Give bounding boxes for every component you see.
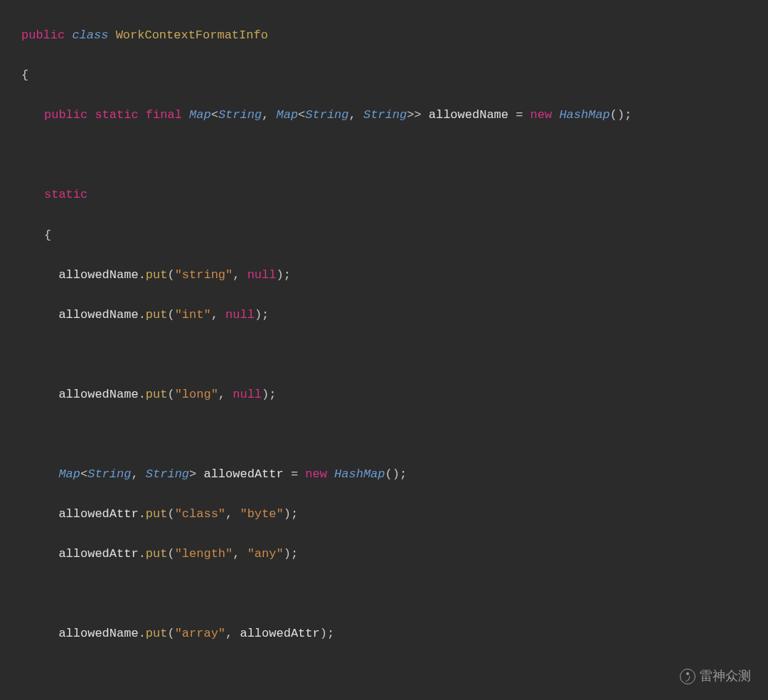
brace-open: { [21, 68, 28, 82]
brace-open: { [44, 228, 51, 242]
blank-line [7, 425, 768, 445]
code-line: allowedName.put("string", null); [7, 265, 768, 285]
code-line: allowedName.put("array", allowedAttr); [7, 624, 768, 644]
blank-line [7, 345, 768, 365]
keyword-static: static [44, 188, 87, 201]
code-line: { [7, 226, 768, 245]
type-string: String [363, 108, 407, 122]
keyword-class: class [72, 28, 108, 42]
code-line: allowedAttr.put("length", "any"); [7, 544, 768, 564]
type-map: Map [277, 108, 299, 122]
blank-line [7, 145, 768, 165]
type-string: String [305, 108, 348, 122]
blank-line [7, 584, 768, 604]
code-line: allowedAttr.put("class", "byte"); [7, 504, 768, 524]
keyword-static: static [95, 108, 138, 122]
code-line: { [7, 65, 768, 85]
code-line: allowedName.put("int", null); [7, 305, 768, 325]
string-literal: "string" [175, 268, 233, 282]
keyword-final: final [146, 108, 182, 122]
class-name: WorkContextFormatInfo [116, 28, 268, 42]
blank-line [7, 664, 768, 684]
var-allowedAttr: allowedAttr [203, 467, 283, 481]
type-string: String [218, 108, 262, 122]
keyword-public: public [44, 108, 87, 122]
keyword-public: public [21, 28, 65, 42]
code-line: Map<String, String> allowedAttr = new Ha… [7, 465, 768, 484]
watermark: 雷神众测 [680, 666, 751, 687]
code-line: static [7, 185, 768, 205]
method-put: put [146, 268, 168, 282]
type-map: Map [189, 108, 211, 122]
wechat-icon [680, 669, 695, 684]
type-hashmap: HashMap [559, 108, 609, 122]
code-line: public class WorkContextFormatInfo [7, 26, 768, 46]
watermark-text: 雷神众测 [700, 666, 751, 687]
code-line: allowedName.put("long", null); [7, 385, 768, 405]
code-line: public static final Map<String, Map<Stri… [7, 105, 768, 125]
keyword-new: new [530, 108, 553, 122]
var-allowedName: allowedName [429, 108, 508, 122]
code-editor[interactable]: public class WorkContextFormatInfo { pub… [7, 6, 768, 700]
null-literal: null [247, 268, 277, 282]
